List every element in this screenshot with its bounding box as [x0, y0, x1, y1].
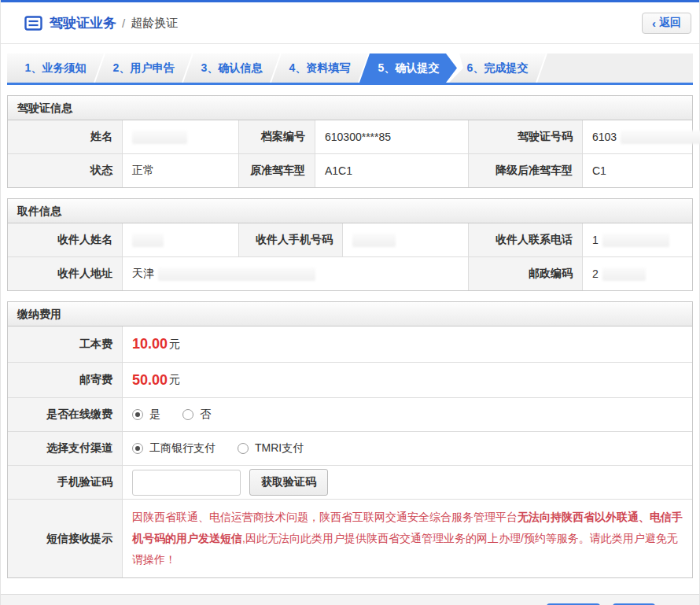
- payment-section: 缴纳费用 工本费 10.00元 邮寄费 50.00元 是否在线缴费 是 否 选择…: [7, 301, 693, 578]
- file-number-label: 档案编号: [238, 120, 315, 153]
- step-1-notice[interactable]: 1、业务须知: [7, 53, 104, 83]
- file-number-value: 610300****85: [315, 120, 468, 153]
- page-subtitle: 超龄换证: [131, 16, 178, 31]
- pickup-info-section: 取件信息 收件人姓名 收件人手机号码 收件人联系电话 1 收件人地址 天津 邮政…: [7, 198, 693, 291]
- table-row: 收件人地址 天津 邮政编码 2: [8, 256, 692, 290]
- license-number-label: 驾驶证号码: [468, 120, 582, 153]
- production-fee-value: 10.00元: [122, 326, 692, 362]
- license-business-icon: [24, 16, 42, 31]
- redacted-name: [132, 131, 187, 144]
- back-chevron-icon: ‹: [652, 17, 656, 29]
- step-2-declaration[interactable]: 2、用户申告: [95, 53, 192, 83]
- recipient-mobile-label: 收件人手机号码: [238, 223, 342, 256]
- license-info-title: 驾驶证信息: [8, 96, 692, 120]
- original-class-value: A1C1: [315, 154, 468, 187]
- online-payment-options: 是 否: [122, 398, 692, 431]
- online-payment-label: 是否在线缴费: [8, 398, 122, 431]
- radio-channel-icbc[interactable]: 工商银行支付: [132, 441, 216, 456]
- sms-notice-text: 因陕西省联通、电信运营商技术问题，陕西省互联网交通安全综合服务管理平台无法向持陕…: [122, 500, 692, 577]
- postage-fee-value: 50.00元: [122, 363, 692, 397]
- step-4-fill-data[interactable]: 4、资料填写: [271, 53, 368, 83]
- sms-code-cell: 获取验证码: [122, 466, 692, 499]
- redacted-recipient-name: [132, 234, 164, 247]
- header: 驾驶证业务 / 超龄换证 ‹ 返回: [1, 2, 699, 44]
- name-value: [122, 120, 238, 153]
- back-button-label: 返回: [659, 16, 681, 30]
- step-6-complete[interactable]: 6、完成提交: [449, 53, 546, 83]
- radio-channel-tmri[interactable]: TMRI支付: [238, 441, 304, 456]
- postal-code-value: 2: [582, 257, 692, 290]
- redacted-recipient-address: [158, 267, 315, 281]
- page: 驾驶证业务 / 超龄换证 ‹ 返回 1、业务须知 2、用户申告 3、确认信息 4…: [0, 0, 700, 605]
- radio-online-yes[interactable]: 是: [132, 408, 160, 422]
- redacted-postal-code: [602, 267, 646, 281]
- recipient-phone-label: 收件人联系电话: [468, 223, 582, 256]
- downgraded-class-label: 降级后准驾车型: [468, 154, 582, 187]
- recipient-name-value: [122, 223, 238, 256]
- status-value: 正常: [122, 154, 238, 187]
- step-5-confirm-submit[interactable]: 5、确认提交: [359, 53, 458, 83]
- table-row: 工本费 10.00元: [8, 326, 692, 362]
- recipient-name-label: 收件人姓名: [8, 223, 122, 256]
- recipient-mobile-value: [342, 223, 468, 256]
- license-number-value: 6103: [582, 120, 700, 153]
- table-row: 状态 正常 原准驾车型 A1C1 降级后准驾车型 C1: [8, 153, 692, 187]
- radio-unselected-icon: [238, 443, 249, 454]
- recipient-address-value: 天津: [122, 257, 468, 290]
- step-wizard: 1、业务须知 2、用户申告 3、确认信息 4、资料填写 5、确认提交 6、完成提…: [7, 53, 693, 85]
- payment-title: 缴纳费用: [8, 302, 692, 326]
- table-row: 是否在线缴费 是 否: [8, 397, 692, 431]
- footer-action-bar: 上一步 完成: [1, 594, 699, 605]
- recipient-address-label: 收件人地址: [8, 257, 122, 290]
- postage-fee-label: 邮寄费: [8, 363, 122, 397]
- downgraded-class-value: C1: [582, 154, 692, 187]
- radio-selected-icon: [132, 443, 143, 454]
- table-row: 姓名 档案编号 610300****85 驾驶证号码 6103: [8, 120, 692, 153]
- payment-channel-label: 选择支付渠道: [8, 432, 122, 465]
- status-label: 状态: [8, 154, 122, 187]
- radio-online-no[interactable]: 否: [182, 408, 211, 422]
- redacted-recipient-mobile: [352, 234, 396, 247]
- sms-notice-label: 短信接收提示: [8, 500, 122, 577]
- table-row: 短信接收提示 因陕西省联通、电信运营商技术问题，陕西省互联网交通安全综合服务管理…: [8, 499, 692, 577]
- back-button[interactable]: ‹ 返回: [642, 13, 691, 34]
- sms-code-label: 手机验证码: [8, 466, 122, 499]
- table-row: 手机验证码 获取验证码: [8, 465, 692, 499]
- pickup-info-title: 取件信息: [8, 199, 692, 223]
- redacted-recipient-phone: [602, 234, 669, 247]
- step-3-confirm-info[interactable]: 3、确认信息: [183, 53, 280, 83]
- table-row: 选择支付渠道 工商银行支付 TMRI支付: [8, 431, 692, 465]
- radio-selected-icon: [132, 409, 143, 420]
- production-fee-label: 工本费: [8, 326, 122, 362]
- postal-code-label: 邮政编码: [468, 257, 582, 290]
- step-wizard-filler: [537, 53, 693, 83]
- table-row: 邮寄费 50.00元: [8, 362, 692, 397]
- original-class-label: 原准驾车型: [238, 154, 315, 187]
- name-label: 姓名: [8, 120, 122, 153]
- recipient-phone-value: 1: [582, 223, 692, 256]
- license-info-section: 驾驶证信息 姓名 档案编号 610300****85 驾驶证号码 6103 状态…: [7, 95, 693, 188]
- get-code-button[interactable]: 获取验证码: [249, 469, 328, 496]
- table-row: 收件人姓名 收件人手机号码 收件人联系电话 1: [8, 223, 692, 256]
- payment-channel-options: 工商银行支付 TMRI支付: [122, 432, 692, 465]
- page-title: 驾驶证业务: [50, 14, 116, 32]
- breadcrumb: 驾驶证业务 / 超龄换证: [24, 14, 178, 32]
- breadcrumb-separator: /: [122, 17, 125, 30]
- sms-code-input[interactable]: [132, 470, 241, 496]
- redacted-license-number: [621, 131, 700, 144]
- radio-unselected-icon: [182, 409, 193, 420]
